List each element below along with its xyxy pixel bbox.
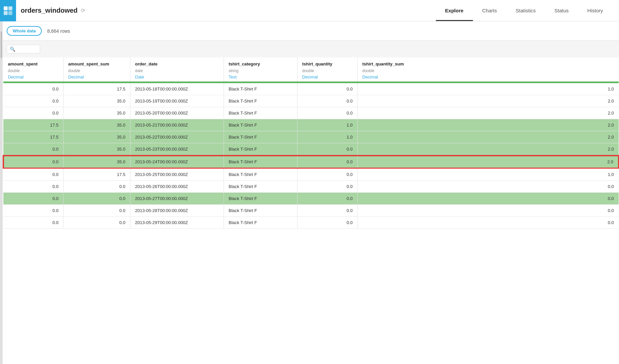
tab-statistics[interactable]: Statistics: [506, 0, 545, 21]
table-row[interactable]: 0.00.02013-05-29T00:00:00.000ZBlack T-Sh…: [3, 217, 619, 229]
type-amount-spent: double: [3, 68, 64, 74]
col-header-amount-spent-sum[interactable]: amount_spent_sum: [64, 57, 130, 68]
column-link-row: Decimal Decimal Date Text Decimal Decima…: [3, 74, 619, 81]
left-resize-handle[interactable]: [0, 21, 3, 364]
table-cell: 0.0: [3, 83, 64, 95]
search-input[interactable]: [17, 47, 41, 52]
row-count: 8,664 rows: [47, 28, 70, 34]
table-cell: 2013-05-20T00:00:00.000Z: [130, 107, 224, 119]
table-cell: 17.5: [3, 119, 64, 131]
tab-charts[interactable]: Charts: [473, 0, 506, 21]
table-cell: 0.0: [297, 95, 358, 107]
dataset-name: orders_windowed: [21, 7, 78, 14]
table-cell: 0.0: [3, 143, 64, 156]
table-cell: 35.0: [64, 143, 130, 156]
table-row[interactable]: 0.00.02013-05-27T00:00:00.000ZBlack T-Sh…: [3, 193, 619, 205]
svg-rect-3: [8, 11, 12, 15]
table-container: amount_spent amount_spent_sum order_date…: [3, 57, 619, 364]
col-header-tshirt-quantity[interactable]: tshirt_quantity: [297, 57, 358, 68]
table-cell: 0.0: [64, 217, 130, 229]
column-header-row: amount_spent amount_spent_sum order_date…: [3, 57, 619, 68]
table-cell: 0.0: [3, 217, 64, 229]
whole-data-button[interactable]: Whole data: [7, 26, 42, 36]
header: orders_windowed ⟳ Explore Charts Statist…: [0, 0, 619, 21]
table-cell: 2013-05-19T00:00:00.000Z: [130, 95, 224, 107]
table-cell: 2013-05-18T00:00:00.000Z: [130, 83, 224, 95]
table-cell: 2013-05-29T00:00:00.000Z: [130, 217, 224, 229]
col-header-tshirt-quantity-sum[interactable]: tshirt_quantity_sum: [358, 57, 619, 68]
sub-header: Whole data 8,664 rows: [0, 21, 619, 41]
table-cell: Black T-Shirt F: [224, 181, 297, 193]
table-row[interactable]: 0.017.52013-05-25T00:00:00.000ZBlack T-S…: [3, 168, 619, 181]
table-cell: 0.0: [358, 217, 619, 229]
table-cell: 1.0: [297, 131, 358, 143]
search-input-wrap: 🔍: [7, 45, 40, 53]
table-cell: 2013-05-21T00:00:00.000Z: [130, 119, 224, 131]
tab-status[interactable]: Status: [545, 0, 578, 21]
table-cell: 0.0: [3, 181, 64, 193]
table-row[interactable]: 0.035.02013-05-24T00:00:00.000ZBlack T-S…: [3, 156, 619, 168]
table-cell: Black T-Shirt F: [224, 168, 297, 181]
table-cell: 0.0: [64, 193, 130, 205]
table-cell: Black T-Shirt F: [224, 119, 297, 131]
table-row[interactable]: 0.035.02013-05-23T00:00:00.000ZBlack T-S…: [3, 143, 619, 156]
col-header-amount-spent[interactable]: amount_spent: [3, 57, 64, 68]
table-cell: 2013-05-28T00:00:00.000Z: [130, 205, 224, 217]
table-cell: 2.0: [358, 119, 619, 131]
table-cell: 17.5: [64, 83, 130, 95]
table-cell: Black T-Shirt F: [224, 217, 297, 229]
table-row[interactable]: 0.00.02013-05-28T00:00:00.000ZBlack T-Sh…: [3, 205, 619, 217]
table-row[interactable]: 0.035.02013-05-19T00:00:00.000ZBlack T-S…: [3, 95, 619, 107]
column-type-row: double double date string double double: [3, 68, 619, 74]
type-tshirt-category: string: [224, 68, 297, 74]
table-cell: 2013-05-25T00:00:00.000Z: [130, 168, 224, 181]
table-cell: 0.0: [3, 193, 64, 205]
table-cell: 0.0: [297, 217, 358, 229]
table-cell: 2013-05-24T00:00:00.000Z: [130, 156, 224, 168]
table-cell: 35.0: [64, 119, 130, 131]
table-cell: 0.0: [297, 193, 358, 205]
table-row[interactable]: 17.535.02013-05-21T00:00:00.000ZBlack T-…: [3, 119, 619, 131]
col-header-tshirt-category[interactable]: tshirt_category: [224, 57, 297, 68]
table-cell: 0.0: [297, 107, 358, 119]
table-cell: 2.0: [358, 143, 619, 156]
search-bar: 🔍: [0, 41, 619, 57]
link-amount-spent[interactable]: Decimal: [3, 74, 64, 81]
table-cell: 0.0: [358, 205, 619, 217]
table-cell: 1.0: [358, 168, 619, 181]
table-cell: Black T-Shirt F: [224, 143, 297, 156]
table-cell: 0.0: [3, 205, 64, 217]
table-cell: 17.5: [64, 168, 130, 181]
logo-box: [0, 0, 16, 21]
tab-history[interactable]: History: [578, 0, 612, 21]
table-cell: 0.0: [64, 205, 130, 217]
data-table: amount_spent amount_spent_sum order_date…: [3, 57, 619, 229]
link-order-date[interactable]: Date: [130, 74, 224, 81]
table-cell: Black T-Shirt F: [224, 107, 297, 119]
table-cell: 0.0: [297, 181, 358, 193]
table-cell: 0.0: [3, 156, 64, 168]
table-row[interactable]: 0.035.02013-05-20T00:00:00.000ZBlack T-S…: [3, 107, 619, 119]
link-amount-spent-sum[interactable]: Decimal: [64, 74, 130, 81]
table-cell: 0.0: [297, 205, 358, 217]
table-row[interactable]: 0.00.02013-05-26T00:00:00.000ZBlack T-Sh…: [3, 181, 619, 193]
table-cell: 2.0: [358, 156, 619, 168]
table-cell: 1.0: [358, 83, 619, 95]
table-cell: 35.0: [64, 156, 130, 168]
link-tshirt-quantity[interactable]: Decimal: [297, 74, 358, 81]
table-cell: 0.0: [3, 168, 64, 181]
link-tshirt-quantity-sum[interactable]: Decimal: [358, 74, 619, 81]
table-row[interactable]: 0.017.52013-05-18T00:00:00.000ZBlack T-S…: [3, 83, 619, 95]
svg-rect-2: [4, 11, 8, 15]
tab-explore[interactable]: Explore: [436, 0, 473, 21]
table-cell: 2013-05-27T00:00:00.000Z: [130, 193, 224, 205]
col-header-order-date[interactable]: order_date: [130, 57, 224, 68]
link-tshirt-category[interactable]: Text: [224, 74, 297, 81]
nav-tabs: Explore Charts Statistics Status History: [436, 0, 612, 21]
svg-rect-1: [8, 6, 12, 10]
table-row[interactable]: 17.535.02013-05-22T00:00:00.000ZBlack T-…: [3, 131, 619, 143]
sync-icon[interactable]: ⟳: [81, 7, 85, 14]
left-handle-inner: [1, 31, 2, 58]
table-cell: 17.5: [3, 131, 64, 143]
type-amount-spent-sum: double: [64, 68, 130, 74]
